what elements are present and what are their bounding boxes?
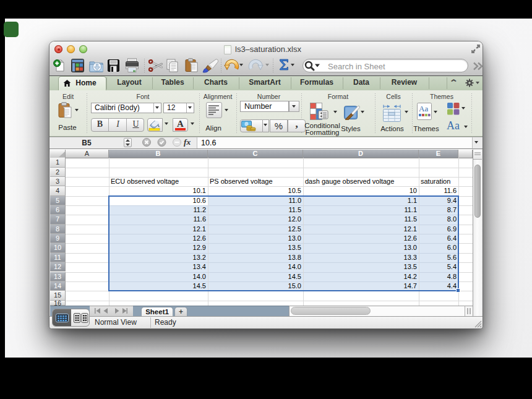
svg-text:Aa: Aa: [419, 104, 428, 113]
